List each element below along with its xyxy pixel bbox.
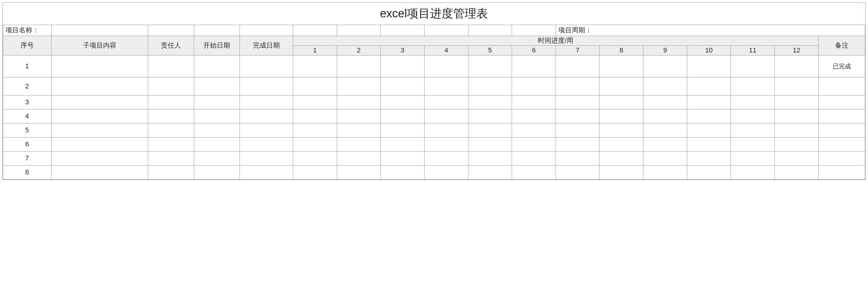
cell-week[interactable] [512,109,556,123]
cell-week[interactable] [512,55,556,77]
cell-content[interactable] [51,165,148,179]
cell-week[interactable] [599,165,643,179]
cell-week[interactable] [468,137,512,151]
cell-end[interactable] [240,55,293,77]
cell-person[interactable] [148,77,194,95]
cell-week[interactable] [381,109,425,123]
cell-week[interactable] [424,151,468,165]
cell-week[interactable] [731,55,775,77]
cell-week[interactable] [468,123,512,137]
cell-week[interactable] [381,123,425,137]
cell-week[interactable] [687,165,731,179]
cell-week[interactable] [424,123,468,137]
cell-week[interactable] [337,123,381,137]
cell-week[interactable] [512,95,556,109]
cell-week[interactable] [337,95,381,109]
cell-week[interactable] [556,109,599,123]
cell-week[interactable] [293,95,337,109]
cell-week[interactable] [643,123,687,137]
cell-week[interactable] [381,151,425,165]
cell-week[interactable] [774,165,818,179]
cell-end[interactable] [240,95,293,109]
cell-week[interactable] [468,55,512,77]
cell-week[interactable] [731,151,775,165]
cell-week[interactable] [643,151,687,165]
cell-week[interactable] [731,109,775,123]
cell-end[interactable] [240,137,293,151]
cell-week[interactable] [599,55,643,77]
cell-week[interactable] [774,109,818,123]
cell-week[interactable] [556,77,599,95]
cell-content[interactable] [51,77,148,95]
cell-week[interactable] [774,77,818,95]
cell-week[interactable] [293,123,337,137]
cell-week[interactable] [468,95,512,109]
cell-week[interactable] [687,123,731,137]
cell-week[interactable] [643,77,687,95]
cell-week[interactable] [337,151,381,165]
cell-week[interactable] [381,95,425,109]
cell-content[interactable] [51,109,148,123]
cell-week[interactable] [468,165,512,179]
cell-week[interactable] [337,55,381,77]
cell-week[interactable] [293,151,337,165]
cell-week[interactable] [424,95,468,109]
cell-content[interactable] [51,123,148,137]
cell-week[interactable] [424,77,468,95]
cell-week[interactable] [687,109,731,123]
cell-week[interactable] [337,165,381,179]
cell-week[interactable] [468,109,512,123]
cell-week[interactable] [337,109,381,123]
cell-week[interactable] [643,55,687,77]
cell-end[interactable] [240,77,293,95]
cell-person[interactable] [148,137,194,151]
project-name-value[interactable] [51,25,148,36]
cell-week[interactable] [512,165,556,179]
cell-start[interactable] [194,95,240,109]
cell-week[interactable] [643,137,687,151]
cell-content[interactable] [51,151,148,165]
cell-start[interactable] [194,151,240,165]
cell-week[interactable] [643,165,687,179]
cell-week[interactable] [731,123,775,137]
cell-week[interactable] [424,137,468,151]
cell-week[interactable] [731,165,775,179]
cell-week[interactable] [687,95,731,109]
cell-end[interactable] [240,109,293,123]
cell-week[interactable] [293,109,337,123]
cell-week[interactable] [381,77,425,95]
cell-start[interactable] [194,77,240,95]
cell-remark[interactable] [818,151,865,165]
cell-week[interactable] [512,151,556,165]
cell-content[interactable] [51,55,148,77]
cell-week[interactable] [512,137,556,151]
cell-week[interactable] [424,55,468,77]
cell-week[interactable] [687,137,731,151]
cell-week[interactable] [381,55,425,77]
cell-week[interactable] [599,137,643,151]
cell-start[interactable] [194,165,240,179]
cell-week[interactable] [556,137,599,151]
cell-remark[interactable] [818,109,865,123]
cell-week[interactable] [556,165,599,179]
cell-content[interactable] [51,95,148,109]
cell-end[interactable] [240,123,293,137]
cell-person[interactable] [148,151,194,165]
cell-week[interactable] [687,151,731,165]
cell-remark[interactable] [818,137,865,151]
cell-person[interactable] [148,55,194,77]
cell-week[interactable] [468,151,512,165]
cell-week[interactable] [337,137,381,151]
cell-week[interactable] [774,95,818,109]
cell-week[interactable] [774,55,818,77]
cell-week[interactable] [687,55,731,77]
cell-week[interactable] [468,77,512,95]
cell-week[interactable] [381,165,425,179]
cell-remark[interactable] [818,123,865,137]
cell-end[interactable] [240,165,293,179]
cell-week[interactable] [774,123,818,137]
cell-week[interactable] [512,77,556,95]
cell-person[interactable] [148,109,194,123]
cell-week[interactable] [687,77,731,95]
cell-start[interactable] [194,55,240,77]
